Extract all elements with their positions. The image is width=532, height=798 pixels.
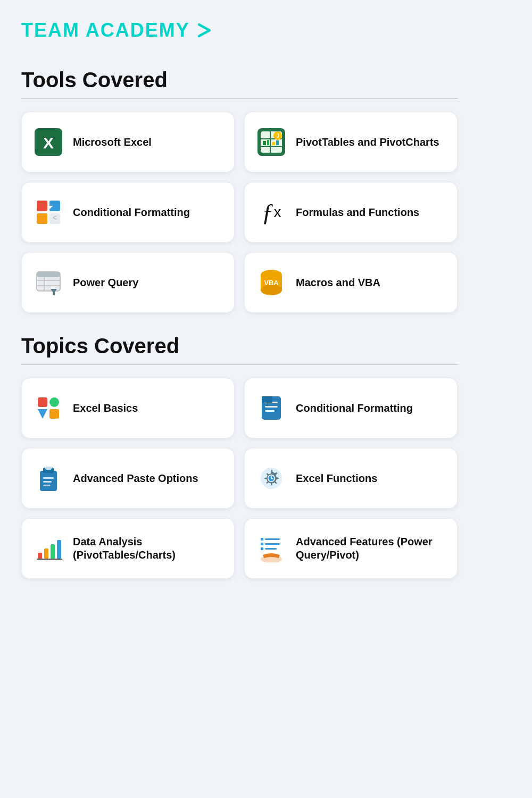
svg-text:X: X <box>43 134 54 152</box>
svg-line-49 <box>271 478 273 479</box>
svg-rect-50 <box>38 553 42 559</box>
svg-rect-9 <box>272 142 275 145</box>
chevron-right-icon <box>195 21 214 40</box>
advanced-features-icon <box>256 534 286 563</box>
card-excel-functions[interactable]: Excel Functions <box>244 448 458 509</box>
svg-rect-55 <box>261 538 263 541</box>
excel-functions-icon <box>256 463 286 493</box>
card-data-analysis-label: Data Analysis (PivotTables/Charts) <box>73 535 222 562</box>
card-microsoft-excel-label: Microsoft Excel <box>73 136 152 149</box>
svg-marker-38 <box>262 396 272 403</box>
svg-rect-37 <box>265 410 275 412</box>
card-data-analysis[interactable]: Data Analysis (PivotTables/Charts) <box>21 518 235 579</box>
pivot-icon: J <box>256 127 286 157</box>
card-excel-basics-label: Excel Basics <box>73 402 138 415</box>
vba-icon: VBA <box>256 268 286 297</box>
card-macros-vba-label: Macros and VBA <box>296 276 380 289</box>
excel-icon: X <box>34 127 63 157</box>
svg-rect-41 <box>45 467 52 470</box>
svg-marker-25 <box>51 289 57 295</box>
svg-rect-36 <box>265 406 278 408</box>
card-conditional-formatting-label: Conditional Formatting <box>73 206 190 219</box>
svg-rect-57 <box>261 543 263 545</box>
svg-rect-44 <box>43 485 51 486</box>
card-pivottables[interactable]: J PivotTables and PivotCharts <box>244 112 458 172</box>
card-excel-basics[interactable]: Excel Basics <box>21 378 235 438</box>
topics-section-title: Topics Covered <box>21 334 458 358</box>
svg-rect-30 <box>38 397 47 407</box>
card-pivottables-label: PivotTables and PivotCharts <box>296 136 439 149</box>
svg-rect-56 <box>265 538 280 540</box>
svg-rect-8 <box>267 140 269 145</box>
card-cond-formatting-topic-label: Conditional Formatting <box>296 402 413 415</box>
svg-marker-32 <box>38 409 47 419</box>
svg-text:<: < <box>53 213 57 222</box>
card-conditional-formatting-topic[interactable]: Conditional Formatting <box>244 378 458 438</box>
svg-rect-13 <box>37 201 47 211</box>
card-advanced-paste-label: Advanced Paste Options <box>73 472 198 485</box>
svg-rect-33 <box>49 409 59 419</box>
data-analysis-icon <box>34 534 63 563</box>
svg-rect-60 <box>265 548 277 550</box>
card-formulas-functions[interactable]: ƒx Formulas and Functions <box>244 182 458 243</box>
svg-rect-53 <box>57 540 61 559</box>
power-query-icon <box>34 268 63 297</box>
card-power-query-label: Power Query <box>73 276 138 289</box>
cond-topic-icon <box>256 393 286 423</box>
card-microsoft-excel[interactable]: X Microsoft Excel <box>21 112 235 172</box>
svg-rect-42 <box>43 477 54 479</box>
conditional-formatting-icon: < <box>34 197 63 227</box>
svg-rect-58 <box>265 543 280 545</box>
fx-icon: ƒx <box>256 197 286 227</box>
tools-divider <box>21 98 458 99</box>
svg-rect-20 <box>37 272 60 277</box>
svg-text:J: J <box>276 133 279 139</box>
svg-rect-51 <box>44 548 48 559</box>
tools-grid: X Microsoft Excel J P <box>21 112 458 313</box>
topics-grid: Excel Basics Conditional Formatting <box>21 378 458 579</box>
svg-rect-43 <box>43 481 52 483</box>
header: TEAM ACADEMY <box>21 0 458 52</box>
card-advanced-features[interactable]: Advanced Features (Power Query/Pivot) <box>244 518 458 579</box>
card-advanced-features-label: Advanced Features (Power Query/Pivot) <box>296 535 445 562</box>
svg-rect-10 <box>276 140 279 145</box>
card-excel-functions-label: Excel Functions <box>296 472 377 485</box>
card-formulas-functions-label: Formulas and Functions <box>296 206 419 219</box>
svg-rect-59 <box>261 547 263 550</box>
card-macros-vba[interactable]: VBA Macros and VBA <box>244 252 458 313</box>
card-conditional-formatting[interactable]: < Conditional Formatting <box>21 182 235 243</box>
svg-text:VBA: VBA <box>264 279 279 287</box>
svg-rect-15 <box>37 213 47 224</box>
paste-icon <box>34 463 63 493</box>
svg-rect-7 <box>263 141 266 145</box>
brand-title: TEAM ACADEMY <box>21 19 190 41</box>
topics-divider <box>21 364 458 365</box>
excel-basics-icon <box>34 393 63 423</box>
svg-rect-52 <box>51 544 55 559</box>
svg-point-31 <box>49 397 59 407</box>
card-advanced-paste[interactable]: Advanced Paste Options <box>21 448 235 509</box>
tools-section-title: Tools Covered <box>21 68 458 92</box>
card-power-query[interactable]: Power Query <box>21 252 235 313</box>
